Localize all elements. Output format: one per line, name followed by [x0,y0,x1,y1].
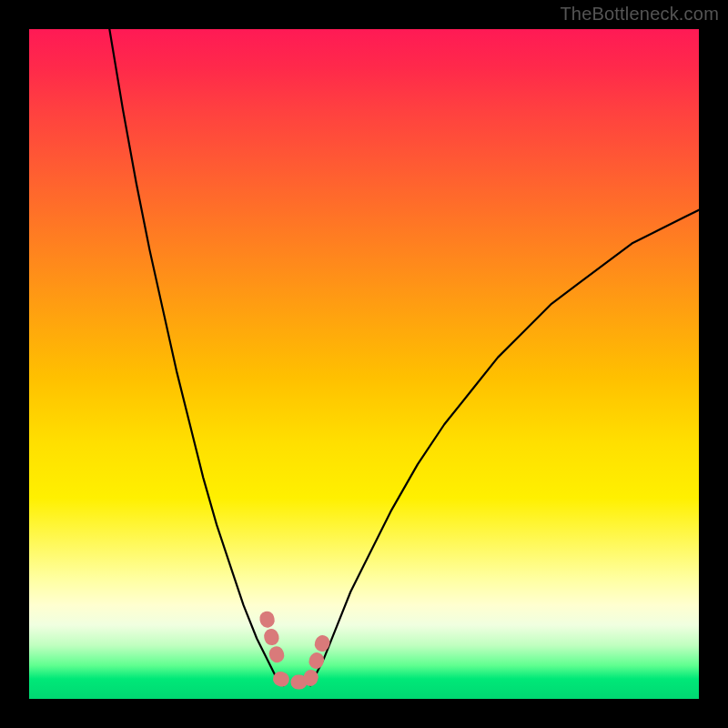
plot-area [29,29,699,699]
curves-svg [29,29,699,699]
right-curve [310,210,699,686]
watermark-text: TheBottleneck.com [560,4,719,25]
chart-frame: TheBottleneck.com [0,0,728,728]
left-curve [109,29,283,685]
highlight-left [267,619,280,666]
